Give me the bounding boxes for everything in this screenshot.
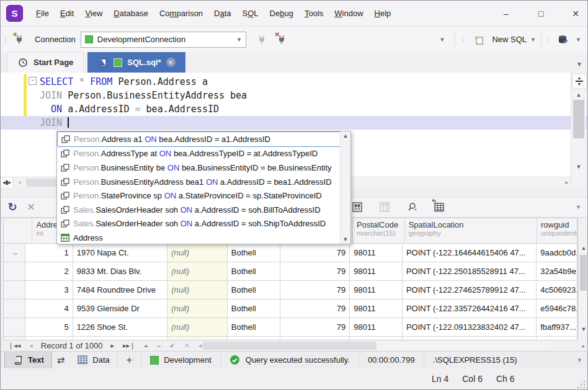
stop-button[interactable]: ✕ [22, 199, 40, 215]
cancel-edit-icon[interactable]: ✕ [184, 342, 189, 350]
card-view-icon[interactable] [352, 202, 363, 213]
post-edit-icon[interactable]: ✓ [169, 342, 175, 350]
connection-dropdown-icon[interactable]: ▼ [236, 37, 242, 43]
column-header-rowguid[interactable]: rowguiduniqueidentifi [537, 218, 577, 243]
connect-icon[interactable] [256, 34, 267, 45]
autocomplete-item[interactable]: Person.Address a1 ON bea.AddressID = a1.… [57, 131, 350, 147]
new-sql-button[interactable]: ✶ New SQL ▼ [467, 33, 538, 47]
grid-cell[interactable]: e5946c78... [537, 299, 577, 317]
menu-sql[interactable]: SQL [237, 6, 264, 20]
autocomplete-scrollbar[interactable]: ▲ ▼ [340, 131, 350, 244]
grid-vertical-scrollbar[interactable]: ▲ ▼ [578, 244, 588, 334]
first-record-icon[interactable]: ❘◂◂ [8, 342, 20, 350]
minimize-button[interactable]: – [499, 9, 513, 19]
autocomplete-scroll-down-icon[interactable]: ▼ [341, 236, 350, 242]
grid-cell[interactable]: POINT (-122.164644615406 47... [403, 244, 537, 262]
grid-cell[interactable]: fbaff937... [537, 318, 577, 336]
grid-cell[interactable]: 4c506923... [537, 281, 577, 299]
autocomplete-item[interactable]: Sales.SalesOrderHeader soh ON a.AddressI… [57, 217, 350, 231]
menu-help[interactable]: Help [369, 6, 397, 20]
column-view-icon[interactable] [379, 202, 390, 213]
grid-cell[interactable]: 1226 Shoe St. [73, 318, 167, 336]
next-record-icon[interactable]: ▸ [111, 342, 115, 350]
menu-database[interactable]: Database [108, 6, 154, 20]
grid-cell[interactable]: 5 [25, 318, 73, 336]
grid-cell[interactable]: 9aadcb0d... [537, 244, 577, 262]
menu-edit[interactable]: Edit [55, 6, 79, 20]
scroll-up-icon[interactable]: ▲ [571, 89, 586, 100]
table-row[interactable]: →11970 Napa Ct.(null)Bothell7998011POINT… [4, 244, 577, 262]
split-editor-icon[interactable]: ▲▼ [572, 73, 587, 89]
code-line-2[interactable]: JOIN Person.BusinessEntityAddress bea [1, 89, 588, 102]
table-row[interactable]: 49539 Glenside Dr(null)Bothell7998011POI… [4, 299, 577, 318]
add-view-button[interactable]: + [118, 355, 141, 366]
append-record-icon[interactable]: + [144, 342, 148, 350]
grid-cell[interactable]: (null) [167, 244, 228, 262]
grid-cell[interactable]: (null) [167, 281, 228, 299]
grid-cell[interactable]: 79 [280, 281, 350, 299]
previous-record-icon[interactable]: ◂ [29, 342, 33, 350]
grid-cell[interactable]: Bothell [228, 281, 280, 299]
toolbar-grip[interactable]: ⁞ [4, 37, 6, 43]
column-header-SpatialLocation[interactable]: SpatialLocationgeography [405, 218, 537, 243]
view-tab-text[interactable]: Text [4, 352, 52, 368]
last-record-icon[interactable]: ▸▸❘ [123, 342, 135, 350]
swap-views-icon[interactable]: ⇄ [52, 355, 70, 366]
toolbar-grip-2[interactable]: ⁞ [461, 37, 463, 43]
grid-cell[interactable]: Bothell [228, 318, 280, 336]
grid-scroll-up-icon[interactable]: ▲ [579, 245, 588, 251]
refresh-button[interactable]: ↻ [3, 199, 22, 215]
tab-start-page[interactable]: Start Page [7, 51, 84, 73]
autocomplete-item[interactable]: Sales.SalesOrderHeader soh ON a.AddressI… [57, 203, 350, 217]
maximize-button[interactable]: □ [534, 9, 548, 19]
grid-cell[interactable]: 7484 Roundtree Drive [73, 281, 167, 299]
grid-cell[interactable]: 79 [280, 299, 350, 317]
editor-vertical-scrollbar[interactable]: ▲▼ ▲ ▼ [571, 73, 586, 187]
grid-scroll-left-icon[interactable]: ◂ [198, 342, 202, 350]
grid-cell[interactable]: (null) [167, 262, 228, 280]
table-row[interactable]: 37484 Roundtree Drive(null)Bothell799801… [4, 281, 577, 299]
close-button[interactable]: ✕ [569, 9, 582, 19]
menu-data[interactable]: Data [208, 6, 236, 20]
database-dropdown-icon[interactable]: ▼ [576, 37, 581, 43]
grid-cell[interactable]: 79 [280, 262, 350, 280]
grid-cell[interactable]: 9833 Mt. Dias Blv. [73, 262, 167, 280]
grid-cell[interactable]: 1970 Napa Ct. [73, 244, 167, 262]
grid-cell[interactable]: 2 [25, 262, 73, 280]
grid-hscrollbar-thumb[interactable] [203, 342, 376, 350]
resize-grip[interactable] [577, 381, 586, 389]
grid-cell[interactable]: Bothell [228, 299, 280, 317]
menu-file[interactable]: File [30, 6, 55, 20]
toolbar-overflow-icon[interactable]: ▼ [439, 37, 445, 43]
database-edit-icon[interactable] [557, 34, 568, 45]
tab-close-icon[interactable]: ✕ [166, 58, 176, 67]
server-indicator[interactable]: .\SQLEXPRESS15 (15) [424, 352, 526, 368]
grid-scroll-right-icon[interactable]: ▸ [582, 343, 585, 349]
menu-view[interactable]: View [79, 6, 108, 20]
scroll-left-icon[interactable]: ◂ [14, 179, 25, 185]
editor-scrollbar-thumb[interactable] [573, 100, 584, 138]
autocomplete-item[interactable]: Person.BusinessEntityAddress bea1 ON a.A… [57, 175, 350, 189]
code-line-4[interactable]: JOIN [1, 116, 588, 130]
grid-cell[interactable]: (null) [167, 299, 228, 317]
table-row[interactable]: 51226 Shoe St.(null)Bothell7998011POINT … [4, 318, 577, 337]
bottom-bar-overflow-icon[interactable]: ▼ [577, 357, 582, 363]
delete-record-icon[interactable]: − [157, 342, 161, 350]
new-sql-dropdown-icon[interactable]: ▼ [530, 37, 536, 43]
grid-cell[interactable]: 1 [25, 244, 73, 262]
code-line-1[interactable]: SELECT * FROM Person.Address a [1, 75, 588, 89]
grid-cell[interactable]: 32a54b9e... [537, 262, 577, 280]
grid-cell[interactable]: 98011 [350, 262, 403, 280]
menu-tools[interactable]: Tools [299, 6, 329, 20]
grid-cell[interactable]: POINT (-122.274625789912 47... [403, 281, 537, 299]
grid-cell[interactable]: 79 [280, 244, 350, 262]
autocomplete-item[interactable]: Address [57, 231, 350, 245]
grid-cell[interactable]: POINT (-122.335726442416 47... [403, 299, 537, 317]
disconnect-icon[interactable]: ✕ [276, 34, 287, 45]
code-line-3[interactable]: ON a.AddressID = bea.AddressID [1, 102, 588, 116]
results-overflow-icon[interactable]: ▼ [576, 204, 581, 210]
grid-cell[interactable]: 9539 Glenside Dr [73, 299, 167, 317]
split-vertical-icon[interactable]: ◂▮▸ [1, 177, 14, 187]
grid-cell[interactable]: 4 [25, 299, 73, 317]
export-data-icon[interactable]: ↰ [434, 202, 445, 213]
